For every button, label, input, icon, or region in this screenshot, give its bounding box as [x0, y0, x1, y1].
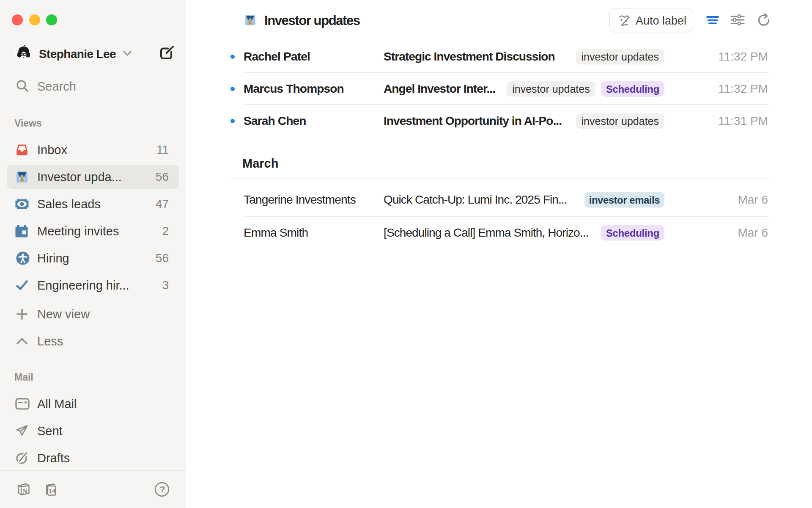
svg-text:14: 14	[49, 488, 56, 494]
svg-text:N: N	[22, 487, 28, 495]
svg-text:?: ?	[160, 484, 165, 494]
